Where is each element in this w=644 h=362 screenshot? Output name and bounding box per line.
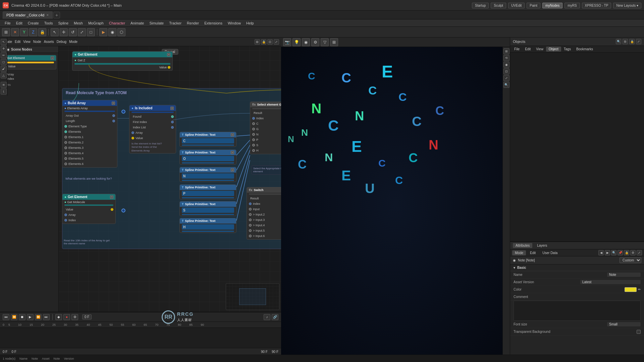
menu-create[interactable]: Create (25, 19, 42, 27)
lt-shape[interactable]: ◻ (1, 59, 7, 65)
tl-skip-start[interactable]: ⏮ (3, 314, 9, 320)
menu-help[interactable]: Help (244, 19, 257, 27)
spline-n-collapse[interactable]: − (231, 168, 234, 172)
obj-tb2[interactable]: ⊞ (623, 39, 628, 44)
menu-mograph[interactable]: MoGraph (86, 19, 106, 27)
ne-edit[interactable]: Edit (15, 40, 20, 44)
spline-o-collapse[interactable]: − (231, 151, 234, 154)
sidebar-get-element-node[interactable]: ● Get Element − Value (2, 55, 56, 69)
layout-tab-xpresso[interactable]: XPRESSO - TP (582, 3, 611, 8)
lt-select[interactable]: ↖ (1, 39, 7, 45)
spline-c-collapse[interactable]: − (231, 133, 234, 136)
tl-play[interactable]: ▶ (27, 314, 34, 320)
attr-edit[interactable]: Edit (527, 250, 538, 255)
tl-autokey[interactable]: ⚙ (71, 314, 78, 320)
viewer-tb-panel[interactable]: ⊞ (330, 38, 338, 46)
attr-custom-dropdown[interactable]: Custom (620, 257, 641, 263)
lt-spline[interactable]: ≋ (1, 82, 7, 88)
node-is-included[interactable]: ● Is Included − Found First Index Index … (129, 105, 176, 154)
lt-move[interactable]: ✛ (1, 46, 7, 52)
tl-current-frame[interactable]: 0 F (82, 314, 92, 319)
node-spline-s[interactable]: T Spline Primitive: Text S (179, 201, 236, 216)
gm-collapse[interactable]: − (110, 195, 113, 199)
layout-tab-paint[interactable]: Paint (527, 3, 540, 8)
obj-tab-view[interactable]: View (533, 47, 546, 52)
lt-pen[interactable]: ✏ (1, 52, 7, 58)
viewer-tb-camera[interactable]: 📷 (283, 38, 291, 46)
attr-color-swatch[interactable] (625, 287, 637, 292)
layout-tab-new-layouts[interactable]: New Layouts ▾ (613, 3, 641, 8)
new-tab-button[interactable]: + (53, 12, 60, 18)
node-canvas[interactable]: Reveal Read Molecule Type from ATOM ● Ge… (59, 46, 281, 312)
obj-tab-tags[interactable]: Tags (561, 47, 574, 52)
node-spline-p[interactable]: T Spline Primitive: Text P (179, 184, 236, 199)
node-switch-select[interactable]: f/x Select element Geometry − Result Ind… (250, 102, 281, 154)
tl-end-frame[interactable]: 90 F (261, 350, 268, 354)
menu-tools[interactable]: Tools (42, 19, 56, 27)
obj-tab-object[interactable]: Object (546, 47, 561, 52)
tl-next-frame[interactable]: ⏩ (35, 314, 42, 320)
menu-extensions[interactable]: Extensions (202, 19, 225, 27)
node-spline-h[interactable]: T Spline Primitive: Text H (179, 218, 236, 233)
obj-tab-edit[interactable]: Edit (522, 47, 533, 52)
attr-color-pencil[interactable]: ✏ (638, 288, 641, 291)
toolbar-lock[interactable]: 🔒 (38, 28, 46, 36)
tl-audio[interactable]: ♪ (264, 314, 270, 320)
ba-collapse[interactable]: − (112, 102, 115, 105)
basic-expand[interactable]: ▼ (513, 266, 516, 269)
menu-file[interactable]: File (2, 19, 13, 27)
layout-tab-mynodes[interactable]: myNodes (542, 3, 562, 8)
ne-tb2[interactable]: 🔒 (261, 39, 266, 45)
attr-fontsize-value[interactable]: Small (607, 322, 641, 326)
attr-tab-attributes[interactable]: Attributes (513, 243, 532, 248)
layout-tab-myrs[interactable]: myRS (565, 3, 580, 8)
ne-tb1[interactable]: ⊞ (255, 39, 260, 45)
layout-tab-startup[interactable]: Startup (472, 3, 489, 8)
node-top-collapse[interactable]: − (167, 53, 170, 56)
viewer-tb-options[interactable]: ⚙ (311, 38, 319, 46)
node-spline-c[interactable]: T Spline Primitive: Text − C (179, 132, 236, 147)
node-get-element-top[interactable]: ● Get Element − ● Get Z Value (72, 51, 173, 71)
vr-btn6[interactable]: 🔍 (503, 82, 509, 88)
ne-tb4[interactable]: ⤢ (274, 39, 279, 45)
toolbar-rotate[interactable]: ↺ (69, 28, 77, 36)
toolbar-render3[interactable]: ⬡ (117, 28, 125, 36)
tl-stop[interactable]: ⏹ (19, 314, 25, 320)
menu-character[interactable]: Character (106, 19, 128, 27)
canvas-minimap[interactable] (226, 283, 279, 310)
attr-search[interactable]: 🔍 (611, 250, 616, 255)
attr-lock[interactable]: 🔒 (624, 250, 629, 255)
attr-pin[interactable]: 📌 (618, 250, 623, 255)
viewer-tb-lights[interactable]: 💡 (292, 38, 301, 46)
viewer-tb-display[interactable]: ◉ (302, 38, 310, 46)
attr-transparent-checkbox[interactable] (637, 330, 641, 334)
layout-tab-sculpt[interactable]: Sculpt (491, 3, 506, 8)
lt-paint[interactable]: 🖌 (1, 66, 7, 72)
toolbar-cursor[interactable]: ↖ (51, 28, 59, 36)
node-spline-o[interactable]: T Spline Primitive: Text − O (179, 149, 236, 165)
attr-comment-field[interactable] (514, 301, 641, 321)
tl-skip-end[interactable]: ⏭ (43, 314, 50, 320)
tl-prev-frame[interactable]: ⏪ (11, 314, 17, 320)
menu-render[interactable]: Render (184, 19, 202, 27)
toolbar-render[interactable]: ▶ (99, 28, 107, 36)
ne-mode[interactable]: Mode (69, 40, 77, 44)
menu-window[interactable]: Window (225, 19, 244, 27)
attr-assetver-value[interactable]: Latest (580, 280, 641, 284)
obj-tab-file[interactable]: File (512, 47, 522, 52)
sidebar-node-collapse[interactable]: − (51, 56, 54, 60)
node-switch-2[interactable]: f/x Switch − Result Index Input (247, 187, 281, 240)
timeline-tracks[interactable] (0, 328, 281, 348)
tab-pdb[interactable]: PDB reader _Color.c4d ✕ (3, 11, 53, 19)
toolbar-z[interactable]: Z (29, 28, 37, 36)
menu-edit[interactable]: Edit (13, 19, 25, 27)
menu-simulate[interactable]: Simulate (147, 19, 166, 27)
lt-deform[interactable]: ⤹ (1, 88, 7, 95)
ii-collapse[interactable]: − (170, 107, 174, 110)
toolbar-render2[interactable]: ◉ (108, 28, 116, 36)
tl-cur-frame[interactable]: 0 F (11, 350, 16, 354)
ne-assets[interactable]: Assets (44, 40, 54, 44)
vr-btn1[interactable]: ⊞ (503, 48, 509, 54)
obj-tb3[interactable]: 🔒 (629, 39, 635, 44)
vr-btn5[interactable]: ⤢ (503, 75, 509, 81)
